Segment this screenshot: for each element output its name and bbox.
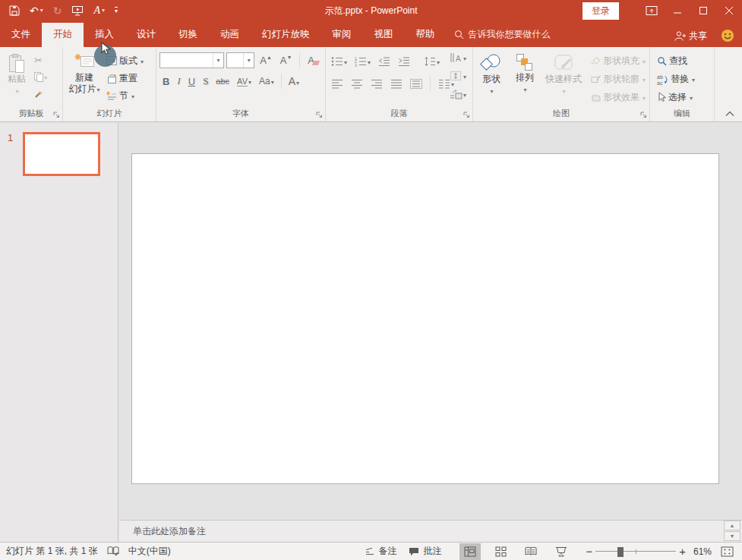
shape-outline-button[interactable]: 形状轮廓 <box>589 71 648 87</box>
italic-button[interactable]: I <box>174 74 183 89</box>
change-case-button[interactable]: Aa <box>256 74 277 89</box>
paste-button[interactable]: 粘贴 <box>2 50 32 106</box>
paragraph-dialog-launcher[interactable] <box>463 112 470 118</box>
tab-animations[interactable]: 动画 <box>209 23 251 47</box>
select-button[interactable]: 选择 <box>655 89 697 105</box>
language-indicator[interactable]: 中文(中国) <box>122 543 177 560</box>
comments-icon <box>409 547 419 556</box>
copy-button[interactable] <box>32 69 49 84</box>
shapes-button[interactable]: 形状 <box>475 50 508 106</box>
zoom-slider-handle[interactable] <box>617 547 624 557</box>
slide-canvas[interactable] <box>131 153 719 484</box>
decrease-indent-button[interactable] <box>376 54 393 69</box>
maximize-button[interactable] <box>690 0 716 21</box>
tab-view[interactable]: 视图 <box>363 23 405 47</box>
strikethrough-button[interactable]: abc <box>213 74 232 89</box>
align-right-button[interactable] <box>368 76 385 91</box>
numbering-icon: 123 <box>355 56 367 67</box>
layout-button[interactable]: 版式 <box>104 52 146 69</box>
quick-styles-button[interactable]: 快速样式 <box>542 50 586 106</box>
justify-button[interactable] <box>388 76 405 91</box>
shape-fill-button[interactable]: 形状填充 <box>589 52 648 69</box>
tab-help[interactable]: 帮助 <box>405 23 447 47</box>
clear-formatting-button[interactable]: A <box>305 53 322 68</box>
cut-icon: ✂ <box>34 55 43 66</box>
tab-file[interactable]: 文件 <box>0 23 42 47</box>
align-text-button[interactable] <box>447 68 469 83</box>
shrink-font-button[interactable]: A▼ <box>277 53 295 68</box>
next-slide-button[interactable]: ▼ <box>724 531 740 541</box>
tab-insert[interactable]: 插入 <box>84 23 125 47</box>
character-spacing-button[interactable]: AV <box>234 74 254 89</box>
slide-counter[interactable]: 幻灯片 第 1 张, 共 1 张 <box>0 543 104 560</box>
new-slide-button[interactable]: 新建 幻灯片 <box>65 50 104 106</box>
zoom-slider[interactable] <box>595 546 676 557</box>
text-direction-button[interactable]: A <box>447 50 469 65</box>
font-color-button[interactable]: A <box>286 74 302 89</box>
reading-view-button[interactable] <box>520 543 542 560</box>
text-shadow-button[interactable]: S <box>200 74 211 89</box>
login-button[interactable]: 登录 <box>583 2 619 20</box>
redo-button[interactable]: ↻ <box>53 5 62 16</box>
tab-home[interactable]: 开始 <box>42 23 84 47</box>
slide-thumbnail[interactable] <box>23 132 100 176</box>
find-label: 查找 <box>669 55 687 68</box>
distribute-text-button[interactable] <box>408 76 425 91</box>
shape-effects-button[interactable]: 形状效果 <box>589 89 648 105</box>
align-center-button[interactable] <box>349 76 365 91</box>
notes-toggle-button[interactable]: 备注 <box>358 543 403 560</box>
section-icon <box>106 91 117 100</box>
convert-smartart-button[interactable] <box>447 87 469 102</box>
comments-toggle-button[interactable]: 批注 <box>403 543 447 560</box>
zoom-level[interactable]: 61% <box>689 543 716 560</box>
close-button[interactable] <box>716 0 742 21</box>
tell-me-box[interactable]: 告诉我你想要做什么 <box>447 23 558 47</box>
collapse-ribbon-button[interactable] <box>725 111 734 117</box>
share-button[interactable]: 共享 <box>674 30 707 42</box>
grow-font-button[interactable]: A▲ <box>257 53 275 68</box>
arrange-button[interactable]: 排列 <box>508 50 542 106</box>
notes-pane[interactable]: 单击此处添加备注 <box>119 520 742 542</box>
font-size-combobox[interactable]: ▾ <box>226 52 254 68</box>
undo-button[interactable]: ↶▾ <box>30 5 43 16</box>
underline-button[interactable]: U <box>185 74 198 89</box>
previous-slide-button[interactable]: ▲ <box>724 521 740 530</box>
save-button[interactable] <box>9 5 20 16</box>
clipboard-dialog-launcher[interactable] <box>53 112 60 118</box>
reset-button[interactable]: 重置 <box>104 70 146 87</box>
line-spacing-button[interactable] <box>422 54 442 69</box>
minimize-button[interactable] <box>665 0 690 21</box>
slideshow-view-button[interactable] <box>551 543 572 560</box>
zoom-in-button[interactable]: + <box>676 545 689 558</box>
find-button[interactable]: 查找 <box>655 52 697 69</box>
bullets-dropdown-icon <box>343 56 347 67</box>
feedback-smiley-icon[interactable] <box>721 29 734 42</box>
bullets-button[interactable] <box>329 54 349 69</box>
normal-view-button[interactable] <box>459 543 481 560</box>
numbering-button[interactable]: 123 <box>352 54 373 69</box>
cut-button[interactable]: ✂ <box>32 52 49 68</box>
slide-sorter-view-button[interactable] <box>490 543 511 560</box>
ribbon-display-options-button[interactable] <box>639 0 665 21</box>
grow-font-label: A <box>260 55 267 66</box>
font-name-combobox[interactable]: ▾ <box>159 52 224 68</box>
start-slideshow-button[interactable] <box>71 5 84 16</box>
convert-smartart-icon <box>450 89 463 99</box>
tab-transitions[interactable]: 切换 <box>167 23 209 47</box>
tab-review[interactable]: 审阅 <box>321 23 363 47</box>
increase-indent-button[interactable] <box>396 54 412 69</box>
format-painter-button[interactable] <box>32 86 49 101</box>
pen-a-button[interactable]: A▾ <box>93 5 105 16</box>
tab-slideshow[interactable]: 幻灯片放映 <box>251 23 321 47</box>
customize-qat-button[interactable]: ▾ <box>115 7 118 14</box>
section-button[interactable]: 节 <box>104 87 146 104</box>
align-left-button[interactable] <box>329 76 346 91</box>
bold-button[interactable]: B <box>159 74 172 89</box>
zoom-out-button[interactable]: − <box>583 545 595 558</box>
replace-button[interactable]: abac替换 <box>655 71 697 87</box>
font-dialog-launcher[interactable] <box>316 112 323 118</box>
drawing-dialog-launcher[interactable] <box>640 112 647 118</box>
tab-design[interactable]: 设计 <box>125 23 167 47</box>
fit-slide-to-window-button[interactable] <box>716 543 737 560</box>
spellcheck-button[interactable] <box>104 543 122 560</box>
